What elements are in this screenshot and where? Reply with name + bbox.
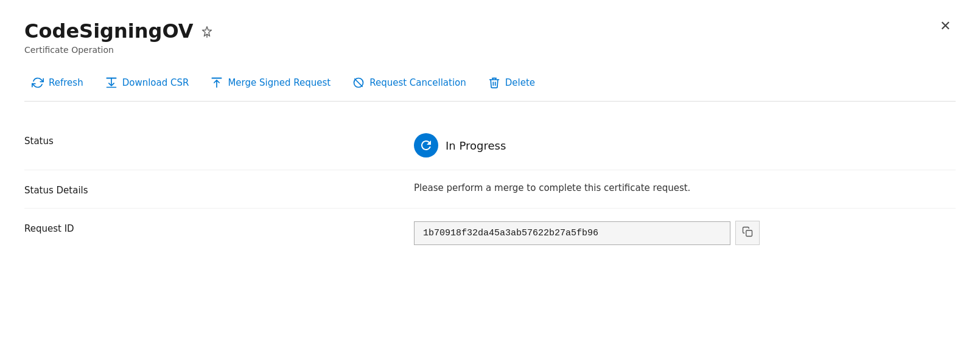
certificate-operation-panel: CodeSigningOV Certificate Operation ✕ <box>0 0 980 360</box>
request-cancellation-label: Request Cancellation <box>369 77 466 88</box>
request-cancellation-button[interactable]: Request Cancellation <box>345 72 481 94</box>
title-block: CodeSigningOV Certificate Operation <box>24 19 213 55</box>
panel-header: CodeSigningOV Certificate Operation ✕ <box>24 19 956 55</box>
delete-icon <box>488 77 500 89</box>
status-details-label: Status Details <box>24 182 146 196</box>
download-icon <box>105 77 117 89</box>
status-row: Status In Progress <box>24 121 956 170</box>
upload-icon <box>211 77 223 89</box>
panel-title: CodeSigningOV <box>24 19 194 43</box>
panel-subtitle: Certificate Operation <box>24 45 213 55</box>
copy-icon <box>742 226 753 240</box>
status-value: In Progress <box>146 133 956 158</box>
request-id-container <box>414 221 956 245</box>
request-id-row: Request ID <box>24 209 956 257</box>
delete-label: Delete <box>505 77 535 88</box>
status-label: Status <box>24 133 146 147</box>
status-details-row: Status Details Please perform a merge to… <box>24 170 956 209</box>
cancel-icon <box>352 77 365 89</box>
request-id-value <box>146 221 956 245</box>
refresh-label: Refresh <box>49 77 83 88</box>
delete-button[interactable]: Delete <box>481 72 550 94</box>
svg-line-5 <box>355 79 363 87</box>
title-row: CodeSigningOV <box>24 19 213 43</box>
request-id-label: Request ID <box>24 221 146 234</box>
status-icon-circle <box>414 133 438 158</box>
content-area: Status In Progress Status Details Please… <box>24 121 956 257</box>
copy-button[interactable] <box>735 221 760 245</box>
request-id-input[interactable] <box>414 221 730 245</box>
status-text: In Progress <box>446 139 506 152</box>
download-csr-button[interactable]: Download CSR <box>98 72 204 94</box>
toolbar: Refresh Download CSR Merg <box>24 72 956 102</box>
status-details-value: Please perform a merge to complete this … <box>146 182 956 193</box>
refresh-icon <box>32 77 44 89</box>
status-details-text: Please perform a merge to complete this … <box>414 182 690 193</box>
pin-icon[interactable] <box>201 26 213 41</box>
merge-signed-button[interactable]: Merge Signed Request <box>203 72 345 94</box>
download-csr-label: Download CSR <box>122 77 189 88</box>
merge-signed-label: Merge Signed Request <box>228 77 331 88</box>
svg-rect-7 <box>746 230 752 237</box>
close-button[interactable]: ✕ <box>935 17 956 35</box>
refresh-button[interactable]: Refresh <box>24 72 98 94</box>
